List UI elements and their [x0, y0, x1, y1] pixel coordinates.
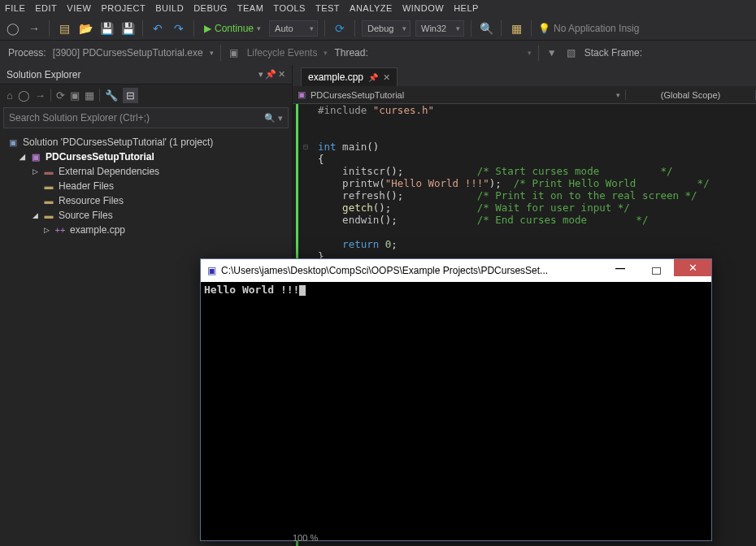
folder-icon: ▬	[42, 166, 55, 177]
cursor	[299, 285, 306, 296]
dropdown-icon[interactable]: ▾	[259, 69, 263, 80]
console-output: Hello World !!!	[201, 282, 711, 540]
editor-nav-bar: ▣ PDCursesSetupTutorial ▾ (Global Scope)	[293, 86, 756, 104]
separator	[538, 45, 539, 61]
thread-label: Thread:	[334, 47, 367, 58]
debug-target-combo[interactable]: Auto	[269, 20, 318, 37]
status-bar: 100 %	[276, 533, 334, 546]
separator	[471, 20, 471, 37]
process-label: Process:	[8, 47, 46, 58]
nav-scope-left[interactable]: ▣ PDCursesSetupTutorial ▾	[293, 89, 626, 100]
expand-icon[interactable]: ▷	[42, 226, 50, 234]
play-icon: ▶	[204, 23, 211, 34]
explorer-toolbar: ⌂ ◯ → ⟳ ▣ ▦ 🔧 ⊟	[0, 84, 292, 106]
menu-file[interactable]: FILE	[5, 3, 25, 13]
close-button[interactable]: ✕	[674, 259, 711, 276]
filter-icon[interactable]: ▼	[545, 46, 558, 59]
external-deps-node[interactable]: ▷ ▬ External Dependencies	[3, 164, 289, 179]
show-all-icon[interactable]: ▦	[85, 89, 94, 102]
project-icon: ▣	[298, 89, 306, 100]
forward-icon[interactable]: →	[35, 89, 46, 102]
menu-test[interactable]: TEST	[315, 3, 340, 13]
solution-node[interactable]: ▣ Solution 'PDCursesSetupTutorial' (1 pr…	[3, 135, 289, 150]
properties-icon[interactable]: 🔧	[105, 89, 118, 102]
menu-window[interactable]: WINDOW	[402, 3, 444, 13]
menu-edit[interactable]: EDIT	[35, 3, 57, 13]
separator	[531, 20, 532, 37]
undo-icon[interactable]: ↶	[150, 20, 166, 37]
preview-icon[interactable]: ⊟	[123, 88, 138, 103]
close-icon[interactable]: ✕	[278, 69, 285, 80]
save-icon[interactable]: 💾	[98, 20, 115, 37]
menu-view[interactable]: VIEW	[67, 3, 91, 13]
project-node[interactable]: ◢ ▣ PDCursesSetupTutorial	[3, 150, 289, 164]
separator	[501, 20, 502, 37]
menu-debug[interactable]: DEBUG	[193, 3, 228, 13]
pin-icon[interactable]: 📌	[368, 73, 378, 82]
expand-icon[interactable]: ▷	[31, 167, 39, 176]
explorer-search[interactable]: Search Solution Explorer (Ctrl+;) 🔍 ▾	[3, 107, 289, 128]
close-icon[interactable]: ✕	[383, 72, 390, 83]
resource-files-node[interactable]: ▬ Resource Files	[3, 193, 289, 208]
example-cpp-node[interactable]: ▷ ++ example.cpp	[3, 223, 289, 237]
expand-icon[interactable]: ◢	[18, 153, 26, 161]
collapse-icon[interactable]: ⊟	[303, 141, 308, 153]
save-all-icon[interactable]: 💾	[119, 20, 136, 37]
open-file-icon[interactable]: 📂	[77, 20, 93, 37]
sync-icon[interactable]: ⟳	[56, 89, 65, 102]
console-titlebar[interactable]: ▣ C:\Users\james\Desktop\CompSci\OOPS\Ex…	[201, 259, 711, 282]
main-toolbar: ◯ → ▤ 📂 💾 💾 ↶ ↷ ▶ Continue ▾ Auto ⟳ Debu…	[0, 16, 756, 41]
menu-project[interactable]: PROJECT	[101, 3, 146, 13]
process-name: [3900] PDCursesSetupTutorial.exe	[53, 47, 203, 58]
menu-analyze[interactable]: ANALYZE	[350, 3, 393, 13]
continue-button[interactable]: ▶ Continue ▾	[201, 23, 264, 34]
collapse-icon[interactable]: ▣	[70, 89, 80, 102]
zoom-level: 100 %	[293, 533, 318, 543]
folder-icon: ▬	[42, 210, 55, 221]
sort-icon[interactable]: ▧	[565, 46, 578, 59]
console-window[interactable]: ▣ C:\Users\james\Desktop\CompSci\OOPS\Ex…	[200, 258, 712, 541]
editor-tab-example[interactable]: example.cpp 📌 ✕	[301, 67, 398, 86]
folder-icon: ▬	[42, 180, 55, 192]
tab-label: example.cpp	[308, 72, 363, 83]
menu-team[interactable]: TEAM	[237, 3, 264, 13]
search-placeholder: Search Solution Explorer (Ctrl+;)	[9, 112, 150, 124]
new-file-icon[interactable]: ▤	[56, 20, 72, 37]
expand-icon[interactable]: ◢	[31, 211, 39, 219]
separator	[324, 20, 325, 37]
console-app-icon: ▣	[207, 265, 216, 276]
nav-back-icon[interactable]: ◯	[5, 20, 21, 37]
menu-build[interactable]: BUILD	[155, 3, 184, 13]
pin-icon[interactable]: 📌	[265, 69, 276, 80]
cpp-file-icon: ++	[54, 224, 67, 236]
lifecycle-icon[interactable]: ▣	[228, 46, 241, 59]
maximize-button[interactable]	[638, 259, 674, 282]
source-files-node[interactable]: ◢ ▬ Source Files	[3, 208, 289, 223]
menu-help[interactable]: HELP	[454, 3, 479, 13]
minimize-button[interactable]: —	[602, 259, 638, 276]
find-in-files-icon[interactable]: 🔍	[478, 20, 494, 37]
separator	[142, 20, 143, 37]
menu-tools[interactable]: TOOLS	[273, 3, 306, 13]
home-icon[interactable]: ⌂	[7, 89, 13, 102]
extensions-icon[interactable]: ▦	[508, 20, 524, 37]
header-files-node[interactable]: ▬ Header Files	[3, 179, 289, 193]
lifecycle-label: Lifecycle Events	[247, 47, 318, 58]
bulb-icon: 💡	[538, 23, 550, 34]
stackframe-label: Stack Frame:	[584, 47, 642, 58]
editor-tab-bar: example.cpp 📌 ✕	[293, 65, 756, 86]
folder-icon: ▬	[42, 195, 55, 206]
solution-icon: ▣	[7, 136, 20, 148]
solution-explorer-title: Solution Explorer ▾ 📌 ✕	[0, 65, 292, 84]
back-icon[interactable]: ◯	[18, 89, 30, 102]
redo-icon[interactable]: ↷	[171, 20, 187, 37]
console-title-text: C:\Users\james\Desktop\CompSci\OOPS\Exam…	[221, 265, 548, 276]
nav-fwd-icon[interactable]: →	[26, 20, 42, 37]
platform-combo[interactable]: Win32	[415, 20, 464, 37]
separator	[354, 20, 355, 37]
project-icon: ▣	[29, 151, 42, 162]
config-combo[interactable]: Debug	[362, 20, 411, 37]
refresh-icon[interactable]: ⟳	[332, 20, 348, 37]
nav-scope-right[interactable]: (Global Scope)	[626, 90, 756, 100]
menu-bar: FILE EDIT VIEW PROJECT BUILD DEBUG TEAM …	[0, 0, 756, 16]
